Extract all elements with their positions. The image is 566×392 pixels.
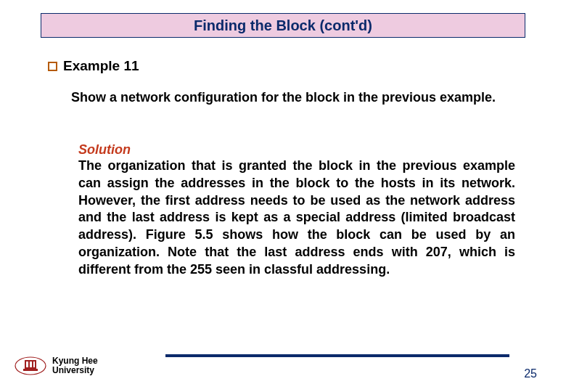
example-heading-row: Example 11 [48, 58, 139, 74]
university-name: Kyung Hee University [52, 356, 98, 375]
bullet-icon [48, 62, 57, 71]
svg-rect-3 [30, 362, 32, 367]
solution-text-after: and the last address is kept as a specia… [78, 210, 515, 276]
solution-label: Solution [78, 142, 515, 158]
example-heading: Example 11 [63, 58, 139, 74]
solution-highlight: the first address needs to be used as th… [141, 193, 515, 208]
solution-block: Solution The organization that is grante… [78, 142, 515, 278]
svg-rect-5 [23, 369, 38, 371]
university-logo-icon [13, 355, 48, 377]
solution-body: The organization that is granted the blo… [78, 158, 515, 278]
title-bar: Finding the Block (cont'd) [41, 13, 525, 38]
page-number: 25 [524, 367, 537, 380]
slide-title: Finding the Block (cont'd) [194, 17, 372, 34]
university-name-line2: University [52, 366, 98, 375]
svg-rect-2 [26, 362, 28, 367]
footer: Kyung Hee University 25 [13, 348, 553, 383]
svg-rect-4 [33, 362, 35, 367]
footer-divider [165, 354, 509, 357]
example-prompt: Show a network configuration for the blo… [71, 89, 515, 106]
